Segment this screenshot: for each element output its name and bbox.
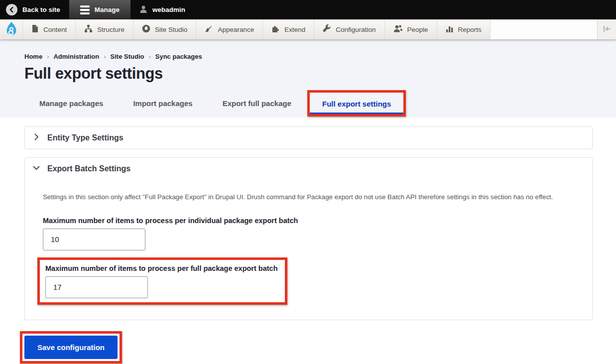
toolbar-item-label: Configuration — [336, 26, 375, 33]
toolbar-item-label: Appearance — [218, 26, 254, 33]
toolbar-item-site-studio[interactable]: Site Studio — [133, 19, 196, 39]
people-icon — [393, 24, 403, 34]
manage-tab[interactable]: Manage — [69, 0, 130, 19]
individual-batch-field-label: Maximum number of items to process per i… — [43, 217, 574, 225]
breadcrumb-separator: › — [47, 53, 49, 60]
username-label: webadmin — [152, 6, 185, 13]
drupal-logo[interactable] — [0, 19, 23, 39]
content-icon — [31, 24, 39, 34]
page-title: Full export settings — [24, 65, 593, 83]
toolbar-item-content[interactable]: Content — [23, 19, 76, 39]
breadcrumb-separator: › — [148, 53, 150, 60]
full-package-batch-input[interactable] — [45, 276, 148, 298]
hamburger-icon — [80, 5, 90, 14]
batch-settings-description: Settings in this section only affect "Fu… — [43, 193, 574, 202]
site-studio-icon — [142, 24, 150, 34]
annotation-box-save-button: Save configuration — [20, 331, 122, 364]
toolbar-item-appearance[interactable]: Appearance — [196, 19, 263, 39]
tab-full-export-settings[interactable]: Full export settings — [310, 93, 403, 114]
full-package-batch-field-label: Maximum number of items to process per f… — [45, 264, 278, 272]
back-to-site-label: Back to site — [22, 6, 60, 13]
admin-bar: Back to site Manage webadmin — [0, 0, 616, 19]
tab-export-full-package[interactable]: Export full package — [208, 89, 306, 118]
toolbar-item-label: Structure — [97, 26, 124, 33]
back-arrow-icon — [6, 4, 17, 15]
save-configuration-button[interactable]: Save configuration — [24, 336, 118, 359]
toolbar-item-reports[interactable]: Reports — [437, 19, 491, 39]
export-batch-settings-title: Export Batch Settings — [47, 164, 130, 173]
export-batch-settings-summary[interactable]: Export Batch Settings — [25, 158, 592, 180]
reports-icon — [446, 24, 454, 34]
entity-type-settings-section: Entity Type Settings — [24, 126, 593, 149]
extend-icon — [271, 24, 280, 34]
breadcrumb-administration[interactable]: Administration — [53, 53, 99, 60]
toolbar-item-label: Content — [43, 26, 67, 33]
tab-import-packages[interactable]: Import packages — [118, 89, 207, 118]
main-content: Entity Type Settings Export Batch Settin… — [0, 118, 616, 364]
manage-label: Manage — [95, 6, 120, 13]
breadcrumb-site-studio[interactable]: Site Studio — [111, 53, 144, 60]
back-to-site-button[interactable]: Back to site — [0, 0, 69, 19]
breadcrumb-home[interactable]: Home — [24, 53, 42, 60]
toolbar-item-label: Extend — [284, 26, 305, 33]
user-menu[interactable]: webadmin — [130, 0, 194, 19]
structure-icon — [84, 24, 93, 34]
toolbar-collapse-button[interactable] — [597, 19, 616, 39]
field-individual-package-batch: Maximum number of items to process per i… — [43, 217, 574, 250]
field-full-package-batch: Maximum number of items to process per f… — [45, 264, 278, 298]
chevron-right-icon — [33, 133, 40, 142]
toolbar-item-label: Reports — [458, 26, 482, 33]
tabs-bar: Manage packages Import packages Export f… — [24, 89, 593, 118]
individual-batch-input[interactable] — [43, 229, 145, 250]
toolbar-item-structure[interactable]: Structure — [76, 19, 133, 39]
collapse-orientation-icon — [603, 25, 611, 34]
toolbar-item-label: People — [407, 26, 428, 33]
annotation-box-full-package-field: Maximum number of items to process per f… — [37, 257, 287, 305]
export-batch-settings-section: Export Batch Settings Settings in this s… — [24, 157, 593, 320]
annotation-box-active-tab: Full export settings — [307, 90, 406, 117]
chevron-down-icon — [33, 164, 40, 173]
page-header: Home › Administration › Site Studio › Sy… — [0, 39, 616, 118]
toolbar-item-extend[interactable]: Extend — [263, 19, 314, 39]
user-icon — [139, 5, 147, 15]
configuration-icon — [323, 24, 331, 34]
toolbar-item-people[interactable]: People — [385, 19, 437, 39]
tab-manage-packages[interactable]: Manage packages — [24, 89, 118, 118]
breadcrumb-sync-packages[interactable]: Sync packages — [155, 53, 202, 60]
toolbar-item-label: Site Studio — [155, 26, 187, 33]
breadcrumb: Home › Administration › Site Studio › Sy… — [24, 53, 593, 60]
toolbar-item-configuration[interactable]: Configuration — [314, 19, 384, 39]
breadcrumb-separator: › — [104, 53, 106, 60]
entity-type-settings-summary[interactable]: Entity Type Settings — [25, 127, 592, 149]
toolbar-spacer — [491, 19, 597, 39]
toolbar-tray: Content Structure Site Studio Appearance… — [0, 19, 616, 39]
entity-type-settings-title: Entity Type Settings — [47, 133, 123, 142]
appearance-icon — [205, 24, 213, 34]
